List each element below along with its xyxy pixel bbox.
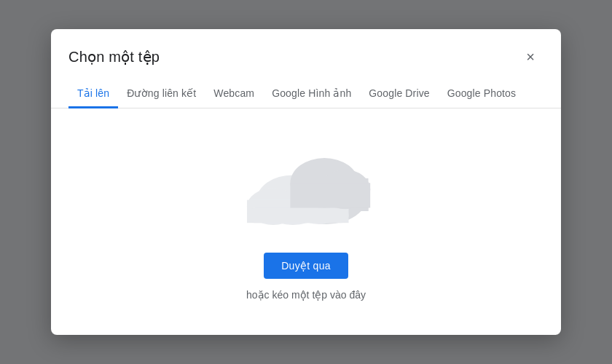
modal-title: Chọn một tệp — [68, 48, 160, 66]
tab-bar: Tải lên Đường liên kết Webcam Google Hìn… — [51, 74, 561, 108]
svg-rect-10 — [290, 183, 370, 207]
tab-upload[interactable]: Tải lên — [68, 80, 118, 108]
browse-button[interactable]: Duyệt qua — [264, 253, 348, 279]
tab-google-photos[interactable]: Google Photos — [439, 80, 525, 108]
drag-drop-text: hoặc kéo một tệp vào đây — [246, 289, 366, 301]
file-picker-modal: Chọn một tệp × Tải lên Đường liên kết We… — [51, 29, 561, 335]
tab-google-drive[interactable]: Google Drive — [360, 80, 438, 108]
svg-rect-7 — [247, 207, 349, 223]
modal-backdrop: Chọn một tệp × Tải lên Đường liên kết We… — [0, 0, 612, 364]
tab-url[interactable]: Đường liên kết — [118, 80, 205, 108]
tab-google-images[interactable]: Google Hình ảnh — [263, 80, 360, 108]
close-button[interactable]: × — [517, 44, 544, 70]
cloud-upload-icon — [240, 138, 372, 232]
modal-body: Duyệt qua hoặc kéo một tệp vào đây — [51, 108, 561, 335]
tab-webcam[interactable]: Webcam — [205, 80, 263, 108]
modal-header: Chọn một tệp × — [51, 29, 561, 70]
